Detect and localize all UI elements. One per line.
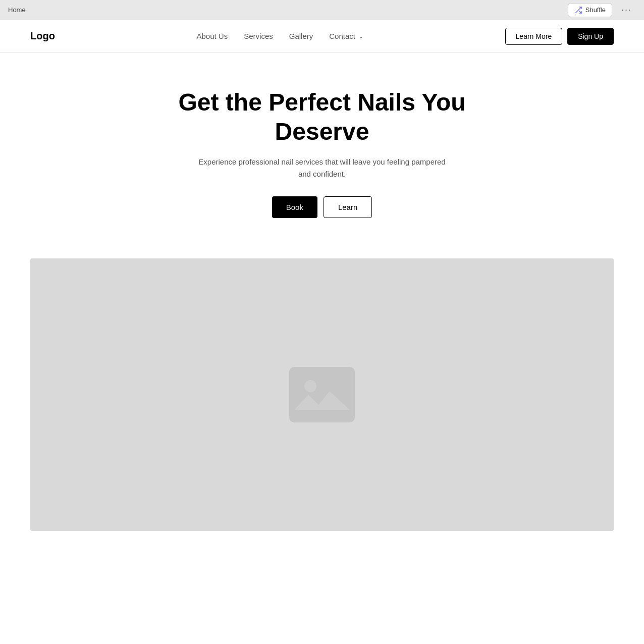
more-options-button[interactable]: ··· bbox=[617, 3, 636, 17]
nav-item-about-us[interactable]: About Us bbox=[197, 32, 228, 41]
nav-logo: Logo bbox=[30, 30, 55, 42]
book-button[interactable]: Book bbox=[272, 196, 317, 218]
nav-link-gallery[interactable]: Gallery bbox=[289, 32, 313, 40]
nav-link-about-us[interactable]: About Us bbox=[197, 32, 228, 40]
nav-link-services[interactable]: Services bbox=[244, 32, 273, 40]
hero-image-placeholder bbox=[30, 258, 614, 531]
nav-item-gallery[interactable]: Gallery bbox=[289, 32, 313, 41]
nav-link-contact[interactable]: Contact bbox=[329, 32, 355, 40]
navbar: Logo About Us Services Gallery Contact ⌄… bbox=[0, 20, 644, 52]
hero-section: Get the Perfect Nails You Deserve Experi… bbox=[0, 52, 644, 238]
chevron-down-icon: ⌄ bbox=[358, 33, 363, 40]
sign-up-button[interactable]: Sign Up bbox=[567, 28, 614, 45]
browser-bar-left: Home bbox=[8, 6, 26, 14]
browser-home-label: Home bbox=[8, 6, 26, 14]
shuffle-button[interactable]: Shuffle bbox=[568, 3, 612, 17]
nav-buttons: Learn More Sign Up bbox=[505, 28, 614, 45]
svg-rect-2 bbox=[289, 367, 355, 422]
hero-title: Get the Perfect Nails You Deserve bbox=[171, 88, 473, 146]
browser-bar: Home Shuffle ··· bbox=[0, 0, 644, 20]
dots-icon: ··· bbox=[621, 5, 632, 15]
hero-subtitle: Experience professional nail services th… bbox=[196, 156, 448, 180]
hero-buttons: Book Learn bbox=[272, 196, 372, 218]
browser-bar-right: Shuffle ··· bbox=[568, 3, 636, 17]
nav-item-services[interactable]: Services bbox=[244, 32, 273, 41]
nav-links: About Us Services Gallery Contact ⌄ bbox=[197, 32, 363, 41]
learn-more-button[interactable]: Learn More bbox=[505, 28, 563, 45]
learn-button[interactable]: Learn bbox=[324, 196, 372, 218]
shuffle-icon bbox=[574, 6, 582, 14]
nav-item-contact[interactable]: Contact ⌄ bbox=[329, 32, 363, 40]
shuffle-label: Shuffle bbox=[585, 6, 606, 14]
image-placeholder-icon bbox=[289, 367, 355, 422]
svg-point-3 bbox=[304, 380, 316, 392]
